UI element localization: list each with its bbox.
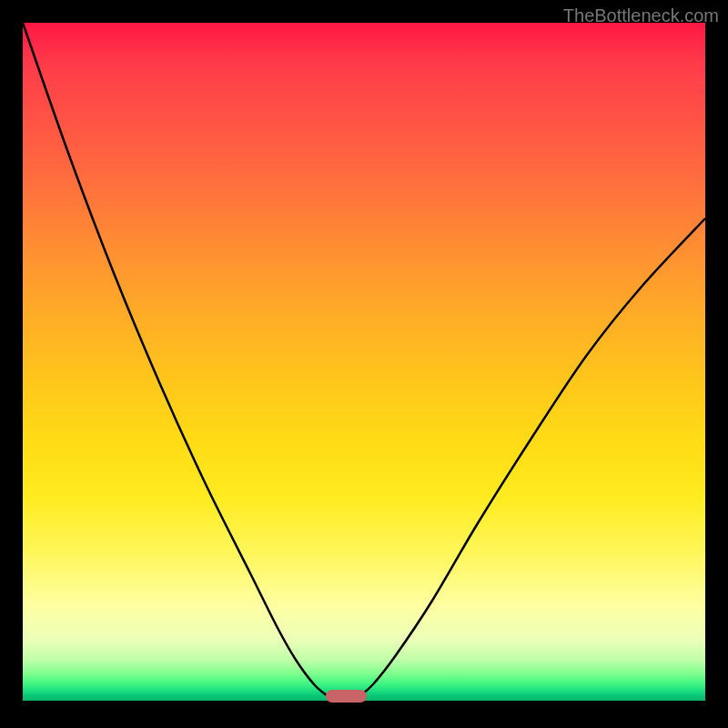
left-curve xyxy=(23,23,328,696)
bottleneck-marker xyxy=(326,690,367,703)
right-curve xyxy=(359,218,705,696)
chart-plot-area xyxy=(23,23,705,701)
watermark-text: TheBottleneck.com xyxy=(563,5,719,26)
chart-curves-svg xyxy=(23,23,705,701)
